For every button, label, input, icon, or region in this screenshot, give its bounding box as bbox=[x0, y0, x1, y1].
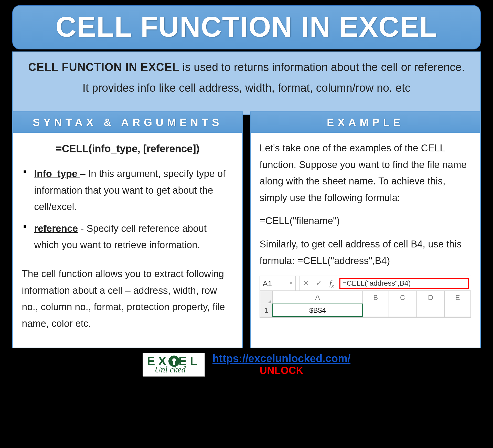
example-panel: EXAMPLE Let's take one of the examples o… bbox=[250, 111, 481, 348]
formula-bar-row: A1 ▼ ✕ ✓ fx =CELL("address",B4) bbox=[260, 276, 471, 291]
enter-icon[interactable]: ✓ bbox=[312, 277, 325, 289]
intro-box: CELL FUNCTION IN EXCEL is used to return… bbox=[12, 51, 480, 115]
column-header-row: A B C D E bbox=[260, 291, 471, 304]
footer: EX EL Unl cked https://excelunlocked.com… bbox=[5, 352, 488, 376]
syntax-body: =CELL(info_type, [reference]) Info_type … bbox=[13, 133, 242, 348]
fx-icon[interactable]: fx bbox=[325, 277, 338, 290]
excel-screenshot: A1 ▼ ✕ ✓ fx =CELL("address",B4) bbox=[260, 276, 471, 318]
logo-bottom: Unl cked bbox=[155, 365, 186, 374]
cell-b1[interactable] bbox=[363, 304, 389, 317]
formula-bar-input[interactable]: =CELL("address",B4) bbox=[339, 278, 469, 289]
syntax-header: SYNTAX & ARGUMENTS bbox=[13, 112, 242, 133]
footer-text: https://excelunlocked.com/ UNLOCK bbox=[212, 352, 350, 376]
example-p1: Let's take one of the examples of the CE… bbox=[260, 140, 471, 206]
columns: SYNTAX & ARGUMENTS =CELL(info_type, [ref… bbox=[12, 111, 480, 348]
arg-info-type: Info_type – In this argument, specify ty… bbox=[22, 165, 233, 215]
example-header: EXAMPLE bbox=[251, 112, 480, 133]
dropdown-icon[interactable]: ▼ bbox=[289, 280, 293, 287]
site-url-link[interactable]: https://excelunlocked.com/ bbox=[212, 352, 350, 365]
arg-reference: reference - Specify cell reference about… bbox=[22, 220, 233, 253]
row-1: 1 $B$4 bbox=[260, 304, 471, 317]
name-box-value: A1 bbox=[263, 277, 272, 290]
example-formula1: =CELL("filename") bbox=[260, 213, 471, 229]
cell-c1[interactable] bbox=[389, 304, 416, 317]
select-all-corner[interactable] bbox=[260, 291, 273, 304]
cell-a1[interactable]: $B$4 bbox=[273, 304, 363, 317]
name-box[interactable]: A1 ▼ bbox=[260, 276, 296, 290]
unlock-label: UNLOCK bbox=[212, 365, 350, 376]
cell-d1[interactable] bbox=[416, 304, 444, 317]
col-header-d[interactable]: D bbox=[416, 291, 444, 304]
excel-unlocked-logo: EX EL Unl cked bbox=[143, 353, 205, 376]
col-header-b[interactable]: B bbox=[363, 291, 389, 304]
formula-bar-text: =CELL("address",B4) bbox=[342, 277, 411, 289]
intro-strong: CELL FUNCTION IN EXCEL bbox=[28, 61, 179, 73]
col-header-e[interactable]: E bbox=[445, 291, 470, 304]
cell-e1[interactable] bbox=[445, 304, 470, 317]
col-header-c[interactable]: C bbox=[389, 291, 416, 304]
keyhole-icon bbox=[168, 356, 180, 367]
row-header-1[interactable]: 1 bbox=[260, 304, 273, 317]
arg-term: reference bbox=[34, 223, 78, 234]
argument-list: Info_type – In this argument, specify ty… bbox=[22, 165, 233, 253]
arg-term: Info_type bbox=[34, 168, 80, 179]
syntax-panel: SYNTAX & ARGUMENTS =CELL(info_type, [ref… bbox=[12, 111, 243, 348]
separator bbox=[296, 276, 299, 290]
spreadsheet-grid[interactable]: A B C D E 1 $B$4 bbox=[260, 291, 471, 317]
title-banner: CELL FUNCTION IN EXCEL bbox=[12, 5, 480, 49]
example-p2: Similarly, to get cell address of cell B… bbox=[260, 236, 471, 269]
example-body: Let's take one of the examples of the CE… bbox=[251, 133, 480, 348]
page-title: CELL FUNCTION IN EXCEL bbox=[56, 11, 437, 43]
syntax-summary: The cell function allows you to extract … bbox=[22, 266, 233, 332]
syntax-formula: =CELL(info_type, [reference]) bbox=[22, 140, 233, 157]
cancel-icon[interactable]: ✕ bbox=[299, 277, 312, 289]
col-header-a[interactable]: A bbox=[273, 291, 363, 304]
